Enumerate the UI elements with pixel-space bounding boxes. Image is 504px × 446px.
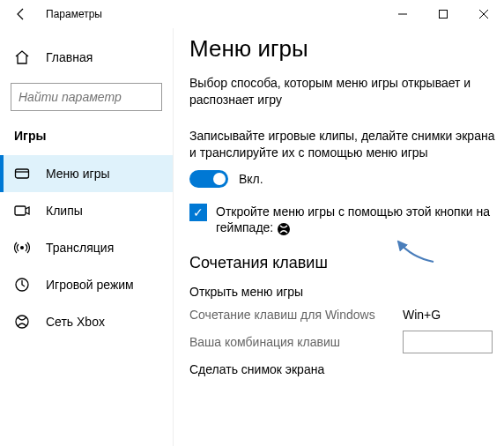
sidebar-item-label: Клипы <box>46 204 83 218</box>
game-bar-icon <box>14 166 30 182</box>
svg-rect-6 <box>16 169 29 178</box>
sidebar-item-game-bar[interactable]: Меню игры <box>0 155 173 192</box>
sidebar-item-label: Игровой режим <box>46 278 134 292</box>
back-button[interactable] <box>0 0 42 28</box>
sidebar-item-xbox-network[interactable]: Сеть Xbox <box>0 303 173 340</box>
xbox-network-icon <box>14 314 30 330</box>
shortcut-user-label: Ваша комбинация клавиш <box>189 335 392 349</box>
window-title: Параметры <box>42 8 102 20</box>
shortcut-open-user-row: Ваша комбинация клавиш <box>189 331 504 353</box>
sidebar: Главная Игры Меню игры Клипы Трансляция … <box>0 28 173 446</box>
shortcut-open-title: Открыть меню игры <box>189 285 504 299</box>
home-icon <box>14 49 30 65</box>
svg-point-9 <box>20 246 24 249</box>
sidebar-home-label: Главная <box>46 50 93 64</box>
sidebar-item-label: Трансляция <box>46 241 114 255</box>
sidebar-item-clips[interactable]: Клипы <box>0 192 173 229</box>
svg-rect-8 <box>15 206 26 215</box>
search-box[interactable] <box>11 83 162 111</box>
shortcuts-heading: Сочетания клавиш <box>189 254 504 272</box>
shortcut-user-input[interactable] <box>403 331 493 353</box>
toggle-knob <box>213 173 226 185</box>
game-mode-icon <box>14 277 30 293</box>
close-button[interactable] <box>463 0 504 28</box>
sidebar-item-label: Сеть Xbox <box>46 315 105 329</box>
gamebar-toggle[interactable] <box>189 170 228 188</box>
sidebar-home[interactable]: Главная <box>0 41 173 74</box>
toggle-label: Вкл. <box>239 172 263 186</box>
xbox-button-icon <box>277 222 291 236</box>
sidebar-item-label: Меню игры <box>46 167 110 181</box>
titlebar: Параметры <box>0 0 504 28</box>
search-input[interactable] <box>19 90 174 104</box>
window-controls <box>382 0 504 28</box>
controller-checkbox-label: Откройте меню игры с помощью этой кнопки… <box>216 204 497 237</box>
shortcut-open-windows-row: Сочетание клавиш для Windows Win+G <box>189 308 504 322</box>
content-pane: Меню игры Выбор способа, которым меню иг… <box>173 28 504 446</box>
svg-rect-1 <box>440 11 448 19</box>
sidebar-item-broadcast[interactable]: Трансляция <box>0 229 173 266</box>
svg-point-12 <box>278 223 290 235</box>
shortcut-win-value: Win+G <box>403 308 441 322</box>
page-title: Меню игры <box>189 35 504 63</box>
shortcut-win-label: Сочетание клавиш для Windows <box>189 308 392 322</box>
sidebar-section-title: Игры <box>0 123 173 155</box>
maximize-button[interactable] <box>423 0 463 28</box>
clips-icon <box>14 203 30 219</box>
intro-text: Выбор способа, которым меню игры открыва… <box>189 75 504 108</box>
broadcast-icon <box>14 240 30 256</box>
capture-description: Записывайте игровые клипы, делайте снимк… <box>189 128 504 161</box>
sidebar-item-game-mode[interactable]: Игровой режим <box>0 266 173 303</box>
minimize-button[interactable] <box>382 0 423 28</box>
controller-checkbox[interactable]: ✓ <box>189 204 207 221</box>
shortcut-screenshot-title: Сделать снимок экрана <box>189 362 504 376</box>
